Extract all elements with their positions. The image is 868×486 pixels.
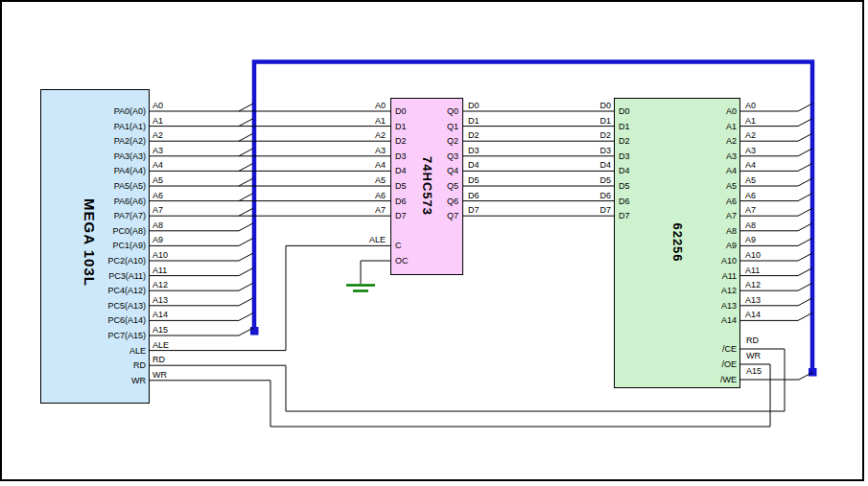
schematic-sheet: MEGA 103L 74HC573 62256 PA0(A0)PA1(A1)PA… xyxy=(0,0,868,486)
sheet-border xyxy=(0,0,864,481)
